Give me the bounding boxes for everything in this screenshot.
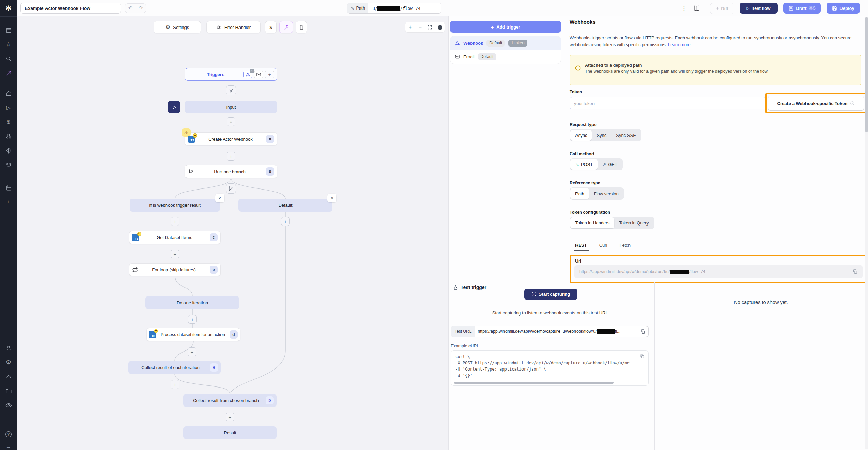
add-branch-node[interactable] [226, 183, 236, 194]
flow-node-branch-if[interactable]: If is webhook trigger result [130, 199, 220, 212]
insert-step-button[interactable]: + [281, 217, 290, 226]
users-nav-button[interactable] [0, 343, 17, 353]
flask-icon [453, 285, 458, 290]
page-scrollbar-track[interactable] [865, 17, 868, 449]
trigger-list: Webhook Default 1 token Email Default [450, 36, 561, 64]
request-type-sync[interactable]: Sync [592, 130, 611, 141]
search-nav-button[interactable] [0, 54, 17, 64]
ai-nav-button[interactable] [0, 68, 17, 78]
tab-curl[interactable]: Curl [599, 242, 607, 248]
diff-icon: ± [716, 6, 719, 11]
copy-icon[interactable] [640, 329, 645, 334]
tab-rest[interactable]: REST [575, 242, 587, 248]
calendar-icon [5, 185, 12, 191]
delete-branch-button[interactable]: × [215, 194, 224, 202]
runs-nav-button[interactable]: ▷ [0, 103, 17, 113]
reference-type-path[interactable]: Path [570, 188, 589, 199]
trigger-row-email[interactable]: Email Default [450, 50, 561, 64]
favorites-nav-button[interactable]: ☆ [0, 39, 17, 50]
diff-button[interactable]: ± Diff [710, 3, 734, 14]
add-trigger-button[interactable]: + Add trigger [450, 21, 561, 33]
test-flow-button[interactable]: ▷ Test flow [740, 3, 778, 14]
workers-nav-button[interactable] [0, 372, 17, 382]
delete-branch-button[interactable]: × [327, 194, 336, 202]
flow-node-process-dataset-item[interactable]: TS Process dataset item for an action d [146, 328, 240, 341]
insert-step-button[interactable]: + [171, 250, 179, 258]
flow-node-run-one-branch[interactable]: Run one branch b [185, 165, 277, 178]
trigger-filter-node[interactable] [226, 85, 236, 95]
deploy-button[interactable]: Deploy [827, 3, 860, 14]
trigger-token-badge: 1 token [508, 40, 527, 47]
create-webhook-token-button[interactable]: Create a Webhook-specific Token [768, 96, 864, 111]
insert-step-button[interactable]: + [227, 152, 235, 161]
flow-node-create-actor-webhook[interactable]: ⚠ TS Create Actor Webhook a [185, 132, 277, 145]
option-label: Token in Headers [575, 220, 609, 226]
tab-fetch[interactable]: Fetch [620, 242, 631, 248]
token-input[interactable]: yourToken [570, 97, 766, 109]
envelope-icon [256, 72, 261, 77]
repeat-icon [132, 267, 138, 273]
redo-button[interactable]: ↷ [136, 4, 146, 13]
flow-node-collect-each-iteration[interactable]: Collect result of each iteration e [128, 361, 221, 374]
more-menu-button[interactable]: ⋮ [679, 0, 688, 16]
learn-more-link[interactable]: Learn more [668, 42, 690, 47]
test-trigger-title-text: Test trigger [461, 285, 486, 290]
url-field[interactable]: https://app.windmill.dev/api/w/demo/jobs… [574, 265, 863, 278]
request-type-async[interactable]: Async [570, 130, 592, 141]
email-trigger-chip[interactable] [254, 71, 263, 78]
copy-icon[interactable] [852, 269, 858, 274]
draft-button[interactable]: Draft ⌘S [783, 3, 821, 14]
trigger-row-webhook[interactable]: Webhook Default 1 token [450, 36, 561, 50]
resources-nav-button[interactable] [0, 131, 17, 141]
settings-nav-button[interactable]: ⚙ [0, 357, 17, 367]
expand-sidebar-button[interactable]: → [0, 442, 17, 450]
learn-nav-button[interactable] [0, 160, 17, 170]
flow-title-input[interactable]: Example Actor Webhook Flow [20, 3, 121, 14]
folders-nav-button[interactable] [0, 386, 17, 396]
insert-step-button[interactable]: + [188, 315, 197, 324]
flow-node-do-one-iteration[interactable]: Do one iteration [145, 296, 239, 309]
assets-nav-button[interactable] [0, 145, 17, 156]
insert-step-button[interactable]: + [171, 217, 179, 226]
example-curl-block[interactable]: curl \ -X POST https://app.windmill.dev/… [451, 350, 649, 386]
undo-button[interactable]: ↶ [125, 4, 136, 13]
help-button[interactable]: ? [0, 429, 17, 439]
add-nav-button[interactable]: + [0, 197, 17, 207]
call-method-get[interactable]: ↗ GET [598, 159, 622, 170]
path-input[interactable]: u//flow_74 [368, 3, 441, 13]
flow-node-triggers[interactable]: Triggers 1 + [185, 68, 277, 81]
reference-type-flow-version[interactable]: Flow version [589, 188, 623, 199]
token-in-headers[interactable]: Token in Headers [570, 217, 614, 228]
audit-nav-button[interactable] [0, 400, 17, 410]
flow-node-result[interactable]: Result [183, 426, 277, 439]
token-in-query[interactable]: Token in Query [614, 217, 653, 228]
request-type-sync-sse[interactable]: Sync SSE [611, 130, 641, 141]
home-nav-button[interactable] [0, 88, 17, 98]
flow-node-branch-default[interactable]: Default [238, 199, 332, 212]
webhook-trigger-chip[interactable]: 1 [243, 71, 252, 78]
docs-button[interactable] [692, 0, 702, 16]
flow-node-get-dataset-items[interactable]: TS Get Dataset Items c [129, 231, 221, 244]
run-flow-preview-button[interactable] [168, 101, 180, 113]
schedules-nav-button[interactable] [0, 183, 17, 193]
insert-step-button[interactable]: + [227, 117, 235, 126]
variables-nav-button[interactable]: $ [0, 117, 17, 127]
insert-step-button[interactable]: + [226, 413, 234, 421]
add-trigger-chip[interactable]: + [265, 71, 274, 78]
flow-canvas[interactable]: ⚙ Settings Error Handler $ + − [17, 16, 448, 450]
flow-node-for-loop[interactable]: For loop (skip failures) e [129, 263, 221, 276]
flow-node-collect-chosen-branch[interactable]: Collect result from chosen branch b [183, 394, 277, 407]
call-method-post[interactable]: ↘ POST [570, 159, 598, 170]
trigger-default-badge: Default [478, 53, 496, 60]
copy-icon[interactable] [640, 354, 645, 359]
insert-step-button[interactable]: + [188, 347, 196, 356]
flow-node-input[interactable]: Input [185, 101, 277, 113]
webhook-count-badge: 1 [250, 69, 254, 73]
start-capturing-button[interactable]: Start capturing [524, 289, 577, 300]
horizontal-scrollbar[interactable] [454, 382, 614, 384]
windmill-logo[interactable]: ✻ [0, 0, 17, 16]
insert-step-button[interactable]: + [171, 380, 179, 389]
apps-nav-button[interactable] [0, 25, 17, 35]
test-url-value[interactable]: https://app.windmill.dev/api/w/demo/capt… [475, 329, 640, 334]
page-scrollbar-thumb[interactable] [865, 17, 868, 132]
